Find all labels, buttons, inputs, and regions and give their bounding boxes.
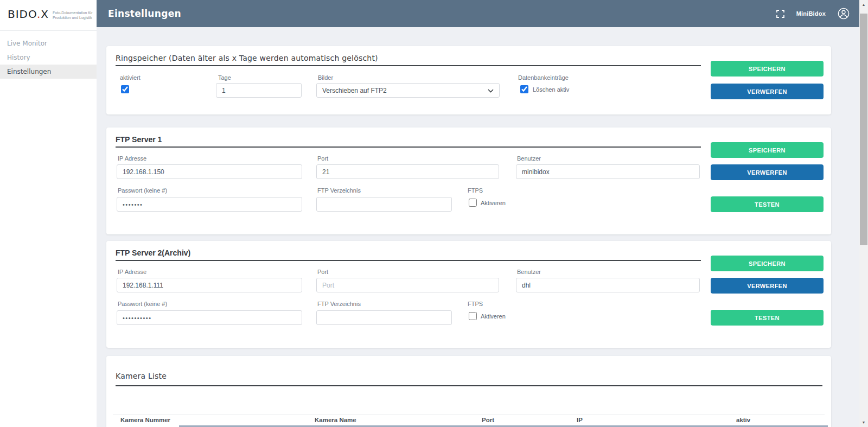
table-header-divider	[113, 414, 825, 415]
section-divider	[116, 260, 701, 261]
ftp2-verzeichnis-label: FTP Verzeichnis	[317, 301, 361, 307]
ftp2-save-button[interactable]: SPEICHERN	[711, 256, 824, 271]
tage-label: Tage	[218, 74, 231, 81]
logo-tagline: Foto-Dokumentation für Produktion und Lo…	[53, 8, 93, 20]
ftp2-benutzer-label: Benutzer	[517, 269, 541, 275]
ftp1-ftps-label: FTPS	[468, 187, 483, 194]
ftp2-discard-button[interactable]: VERWERFEN	[711, 278, 824, 294]
ringspeicher-save-button[interactable]: SPEICHERN	[711, 61, 824, 77]
column-kamera-name: Kamera Name	[315, 417, 356, 423]
column-aktiv: aktiv	[736, 417, 750, 423]
account-name[interactable]: MiniBidox	[796, 10, 826, 17]
ftp2-port-input[interactable]	[316, 278, 499, 292]
ftp2-title: FTP Server 2(Archiv)	[116, 248, 190, 257]
sidebar: BIDO.X Foto-Dokumentation für Produktion…	[0, 0, 97, 427]
ringspeicher-discard-button[interactable]: VERWERFEN	[711, 84, 824, 99]
chevron-down-icon	[488, 87, 494, 94]
user-account-icon[interactable]	[838, 8, 850, 20]
scroll-down-arrow[interactable]: ▼	[859, 418, 868, 427]
loeschen-aktiv-checkbox[interactable]	[520, 85, 528, 93]
ftp2-ip-label: IP Adresse	[118, 269, 146, 275]
vertical-scrollbar[interactable]: ▲ ▼	[859, 0, 868, 427]
datenbank-label: Datenbankeinträge	[518, 74, 569, 81]
section-ftp-server-1: FTP Server 1 IP Adresse Port Benutzer Pa…	[106, 128, 831, 234]
column-ip: IP	[577, 417, 583, 423]
sidebar-item-einstellungen[interactable]: Einstellungen	[0, 65, 97, 79]
column-kamera-nummer: Kamera Nummer	[120, 417, 170, 423]
section-kamera-liste: Kamera Liste Kamera Nummer Kamera Name P…	[106, 356, 831, 427]
ftp2-test-button[interactable]: TESTEN	[711, 310, 824, 326]
ftp1-verzeichnis-input[interactable]	[316, 197, 452, 212]
ftp2-ip-input[interactable]	[117, 278, 302, 292]
column-port: Port	[482, 417, 494, 423]
ftp2-aktiveren-label: Aktiveren	[481, 313, 506, 320]
ftp1-discard-button[interactable]: VERWERFEN	[711, 164, 824, 180]
fullscreen-icon[interactable]	[776, 10, 784, 18]
loeschen-aktiv-label: Löschen aktiv	[533, 86, 569, 93]
ftp1-ftps-checkbox[interactable]	[469, 199, 477, 207]
ringspeicher-title: Ringspeicher (Daten älter als x Tage wer…	[116, 54, 378, 62]
ftp2-ftps-label: FTPS	[468, 301, 483, 307]
bilder-label: Bilder	[318, 74, 333, 81]
section-ftp-server-2: FTP Server 2(Archiv) IP Adresse Port Ben…	[106, 241, 831, 348]
ftp2-ftps-checkbox[interactable]	[469, 312, 477, 320]
section-divider	[116, 146, 701, 148]
ftp2-benutzer-input[interactable]	[516, 278, 700, 292]
ftp2-port-label: Port	[317, 269, 328, 275]
ftp1-passwort-input[interactable]	[117, 197, 302, 212]
ftp1-benutzer-label: Benutzer	[517, 155, 541, 162]
ftp1-aktiveren-label: Aktiveren	[481, 200, 506, 206]
ftp1-ip-input[interactable]	[117, 164, 302, 179]
tage-input[interactable]	[216, 83, 302, 98]
page-title: Einstellungen	[108, 8, 181, 19]
aktiviert-checkbox[interactable]	[121, 85, 129, 93]
main-content: Ringspeicher (Daten älter als x Tage wer…	[97, 27, 859, 427]
scroll-up-arrow[interactable]: ▲	[859, 0, 868, 9]
section-divider	[116, 65, 701, 66]
ftp1-title: FTP Server 1	[116, 135, 162, 144]
sidebar-item-live-monitor[interactable]: Live Monitor	[0, 36, 97, 50]
aktiviert-label: aktiviert	[120, 74, 141, 81]
ftp1-verzeichnis-label: FTP Verzeichnis	[317, 187, 361, 194]
ftp1-port-input[interactable]	[316, 164, 499, 179]
sidebar-nav: Live Monitor History Einstellungen	[0, 31, 97, 79]
kamera-table-header: Kamera Nummer Kamera Name Port IP aktiv	[106, 417, 831, 425]
header-bar: Einstellungen MiniBidox	[97, 0, 859, 27]
ftp2-verzeichnis-input[interactable]	[316, 310, 452, 325]
ftp1-benutzer-input[interactable]	[516, 164, 700, 179]
section-ringspeicher: Ringspeicher (Daten älter als x Tage wer…	[106, 46, 831, 114]
bilder-selected-value: Verschieben auf FTP2	[322, 87, 488, 94]
ftp1-save-button[interactable]: SPEICHERN	[711, 142, 824, 158]
scrollbar-thumb[interactable]	[860, 14, 867, 245]
section-divider	[116, 385, 822, 386]
ftp1-test-button[interactable]: TESTEN	[711, 196, 824, 212]
kamera-liste-title: Kamera Liste	[116, 372, 167, 380]
app-logo: BIDO.X Foto-Dokumentation für Produktion…	[0, 0, 97, 31]
bilder-select[interactable]: Verschieben auf FTP2	[316, 83, 500, 98]
sidebar-item-history[interactable]: History	[0, 50, 97, 65]
ftp1-passwort-label: Passwort (keine #)	[118, 187, 167, 194]
ftp2-passwort-label: Passwort (keine #)	[118, 301, 167, 307]
ftp2-passwort-input[interactable]	[117, 310, 302, 325]
logo-wordmark: BIDO.X	[8, 8, 49, 21]
ftp1-ip-label: IP Adresse	[118, 155, 146, 162]
ftp1-port-label: Port	[317, 155, 328, 162]
